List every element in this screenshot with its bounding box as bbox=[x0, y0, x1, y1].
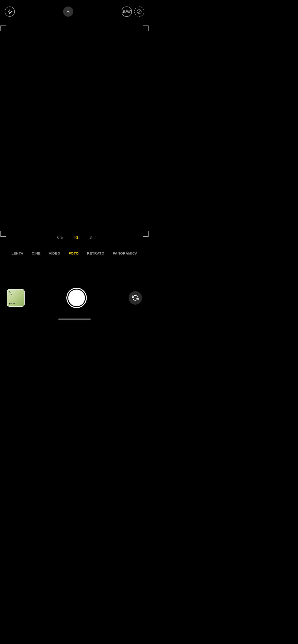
flash-button[interactable] bbox=[5, 6, 15, 17]
zoom-3x-button[interactable]: 3 bbox=[88, 234, 93, 241]
shutter-inner bbox=[68, 290, 85, 306]
mode-foto[interactable]: FOTO bbox=[65, 250, 83, 257]
viewfinder-corner-tr bbox=[143, 26, 149, 31]
mode-panoramica[interactable]: PANORÁMICA bbox=[109, 250, 142, 257]
flash-icon bbox=[7, 9, 12, 14]
flip-camera-button[interactable] bbox=[129, 291, 142, 304]
home-indicator bbox=[58, 318, 91, 320]
thumb-play-icon bbox=[9, 302, 11, 305]
flip-camera-icon bbox=[132, 295, 139, 301]
raw-button[interactable]: RAW bbox=[122, 6, 132, 17]
live-icon bbox=[137, 9, 142, 14]
mode-cine[interactable]: CINE bbox=[28, 250, 45, 257]
thumb-line1: Tu bbox=[9, 291, 23, 293]
mode-video[interactable]: VÍDEO bbox=[45, 250, 64, 257]
viewfinder-corner-tl bbox=[1, 26, 6, 31]
zoom-1x-button[interactable]: ×1 bbox=[72, 234, 80, 241]
expand-button[interactable] bbox=[63, 6, 73, 17]
gallery-thumbnail[interactable]: Tu Hey bbox=[7, 289, 25, 307]
chevron-up-icon bbox=[66, 9, 71, 14]
mode-selector: LENTA CINE VÍDEO FOTO RETRATO PANORÁMICA bbox=[0, 250, 149, 257]
top-bar: RAW bbox=[0, 0, 149, 18]
shutter-button[interactable] bbox=[66, 288, 87, 308]
raw-label: RAW bbox=[123, 10, 131, 14]
svg-marker-0 bbox=[8, 10, 12, 14]
thumb-line2: Hey bbox=[9, 293, 23, 296]
live-button[interactable] bbox=[134, 6, 144, 17]
zoom-05-button[interactable]: 0,5 bbox=[56, 234, 64, 241]
zoom-controls: 0,5 ×1 3 bbox=[0, 234, 149, 241]
mode-lenta[interactable]: LENTA bbox=[7, 250, 27, 257]
mode-retrato[interactable]: RETRATO bbox=[83, 250, 109, 257]
bottom-controls: Tu Hey bbox=[0, 288, 149, 308]
